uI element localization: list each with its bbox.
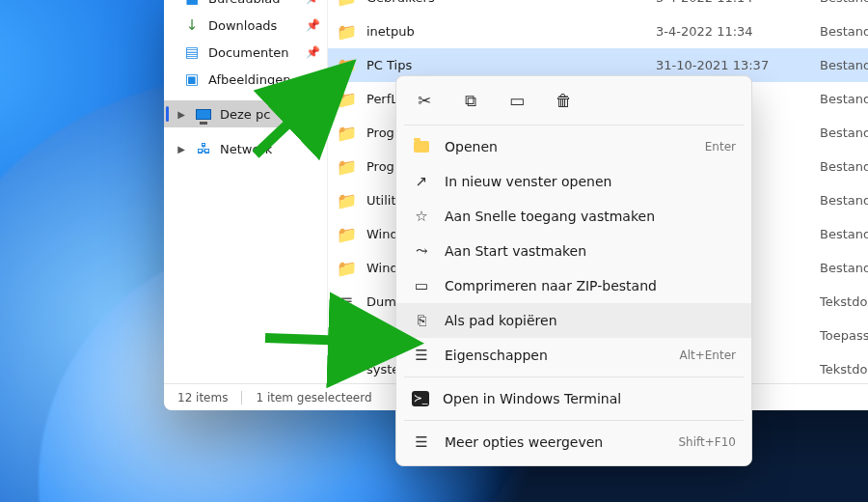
nav-item-downloads[interactable]: ↓ Downloads 📌 xyxy=(164,12,327,39)
application-icon: ◆ xyxy=(336,326,357,346)
more-options-icon: ☰ xyxy=(412,433,431,451)
file-type: Tekstdocument xyxy=(820,294,868,309)
nav-item-desktop[interactable]: ■ Bureaublad 📌 xyxy=(164,0,327,12)
nav-item-this-pc[interactable]: ▶ Deze pc xyxy=(164,100,327,127)
file-type: Bestand xyxy=(820,159,868,174)
pictures-icon: ▣ xyxy=(183,70,201,88)
ctx-copy-as-path[interactable]: ⎘ Als pad kopiëren xyxy=(396,303,751,338)
ctx-open-terminal[interactable]: ≻_ Open in Windows Terminal xyxy=(396,381,751,416)
file-date: 3-4-2022 11:14 xyxy=(656,0,810,5)
folder-icon: 📁 xyxy=(336,90,357,109)
copy-button[interactable]: ⧉ xyxy=(458,88,483,113)
folder-icon: 📁 xyxy=(336,22,357,42)
pin-icon: 📌 xyxy=(306,18,319,32)
nav-label: Downloads xyxy=(208,18,298,33)
pin-icon: ⤳ xyxy=(412,242,431,260)
file-type: Bestand xyxy=(820,261,868,275)
ctx-pin-start[interactable]: ⤳ Aan Start vastmaken xyxy=(396,234,751,268)
file-type: Bestand xyxy=(820,24,868,39)
context-menu-top-actions: ✂ ⧉ ▭ 🗑 xyxy=(396,82,751,121)
file-type: Toepassing xyxy=(820,328,868,343)
folder-icon: 📁 xyxy=(336,157,357,177)
star-icon: ☆ xyxy=(412,208,431,225)
download-icon: ↓ xyxy=(183,16,201,34)
file-type: Bestand xyxy=(820,227,868,241)
folder-icon: 📁 xyxy=(336,191,357,210)
folder-icon: 📁 xyxy=(336,124,357,143)
delete-button[interactable]: 🗑 xyxy=(551,88,576,113)
file-type: Bestand xyxy=(820,0,868,5)
folder-icon xyxy=(412,138,431,155)
nav-label: Deze pc xyxy=(220,107,319,122)
nav-label: Documenten xyxy=(208,45,298,60)
file-date: 31-10-2021 13:37 xyxy=(656,58,810,72)
file-row[interactable]: 📁Gebruikers3-4-2022 11:14Bestand xyxy=(328,0,868,14)
rename-button[interactable]: ▭ xyxy=(504,88,529,113)
text-file-icon: ≣ xyxy=(336,360,357,379)
folder-icon: 📁 xyxy=(336,225,357,244)
folder-icon: 📁 xyxy=(336,56,357,75)
status-selection: 1 item geselecteerd xyxy=(256,391,371,404)
ctx-show-more-options[interactable]: ☰ Meer opties weergeven Shift+F10 xyxy=(396,425,751,460)
document-icon: ▤ xyxy=(183,43,201,61)
ctx-properties[interactable]: ☰ Eigenschappen Alt+Enter xyxy=(396,338,751,373)
ctx-pin-quick-access[interactable]: ☆ Aan Snelle toegang vastmaken xyxy=(396,199,751,234)
ctx-open[interactable]: Openen Enter xyxy=(396,129,751,164)
nav-item-network[interactable]: ▶ 🖧 Netwerk xyxy=(164,135,327,162)
file-type: Bestand xyxy=(820,58,868,72)
cut-button[interactable]: ✂ xyxy=(412,88,437,113)
status-item-count: 12 items xyxy=(177,391,228,404)
network-icon: 🖧 xyxy=(195,140,212,157)
file-name: inetpub xyxy=(366,24,646,39)
file-type: Bestand xyxy=(820,193,868,208)
folder-icon: 📁 xyxy=(336,0,357,8)
file-name: PC Tips xyxy=(366,58,646,72)
desktop-icon: ■ xyxy=(183,0,201,7)
properties-icon: ☰ xyxy=(412,347,431,364)
file-name: Gebruikers xyxy=(366,0,646,5)
nav-label: Netwerk xyxy=(220,142,319,156)
this-pc-icon xyxy=(195,105,212,123)
file-type: Bestand xyxy=(820,92,868,106)
copy-path-icon: ⎘ xyxy=(412,312,431,329)
file-row[interactable]: 📁inetpub3-4-2022 11:34Bestand xyxy=(328,14,868,48)
terminal-icon: ≻_ xyxy=(412,391,429,406)
pin-icon: 📌 xyxy=(306,0,319,5)
file-date: 3-4-2022 11:34 xyxy=(656,24,810,39)
text-file-icon: ≣ xyxy=(336,293,357,312)
pin-icon: 📌 xyxy=(306,45,319,59)
file-type: Tekstdocument xyxy=(820,362,868,376)
file-type: Bestand xyxy=(820,126,868,140)
nav-pane: ■ Bureaublad 📌 ↓ Downloads 📌 ▤ Documente… xyxy=(164,0,328,383)
new-window-icon: ↗ xyxy=(412,173,431,190)
nav-label: Bureaublad xyxy=(208,0,298,6)
chevron-right-icon: ▶ xyxy=(176,144,187,154)
chevron-right-icon: ▶ xyxy=(176,109,187,120)
ctx-open-new-window[interactable]: ↗ In nieuw venster openen xyxy=(396,164,751,199)
ctx-compress-zip[interactable]: ▭ Comprimeren naar ZIP-bestand xyxy=(396,268,751,303)
nav-item-pictures[interactable]: ▣ Afbeeldingen 📌 xyxy=(164,66,327,93)
zip-icon: ▭ xyxy=(412,277,431,294)
nav-item-documents[interactable]: ▤ Documenten 📌 xyxy=(164,39,327,66)
nav-label: Afbeeldingen xyxy=(208,72,298,87)
pin-icon: 📌 xyxy=(306,72,319,86)
folder-icon: 📁 xyxy=(336,259,357,278)
context-menu: ✂ ⧉ ▭ 🗑 Openen Enter ↗ In nieuw venster … xyxy=(395,75,752,466)
